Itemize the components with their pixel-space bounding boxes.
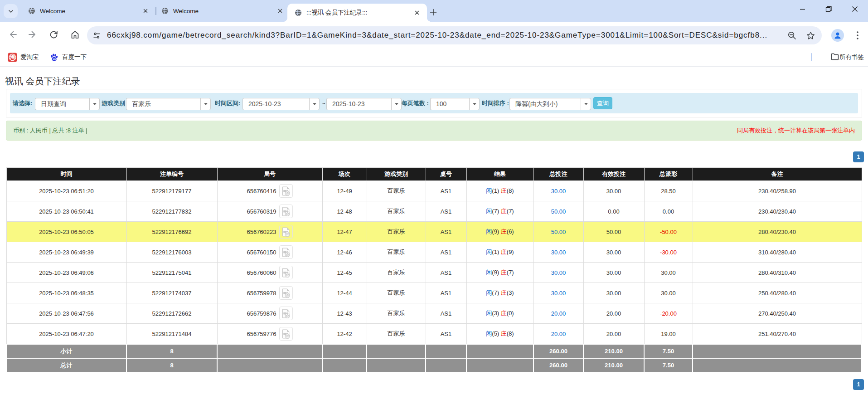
dropdown-arrow-button[interactable] bbox=[391, 98, 402, 110]
forward-button[interactable] bbox=[28, 29, 38, 39]
cell-total-bet: 50.00 bbox=[533, 222, 583, 242]
browser-menu-button[interactable] bbox=[854, 30, 861, 40]
result-banker: 庄 bbox=[501, 187, 507, 194]
dropdown-arrow-button[interactable] bbox=[309, 98, 320, 110]
round-number: 656759978 bbox=[247, 290, 276, 297]
empty-cell bbox=[367, 358, 426, 372]
cell-round: 656760319 bbox=[217, 201, 322, 222]
result-player: 闲 bbox=[486, 330, 492, 337]
sort-order-select[interactable]: 降冪(由大到小) bbox=[509, 98, 591, 110]
page-1-button[interactable]: 1 bbox=[853, 151, 864, 162]
back-button[interactable] bbox=[8, 29, 18, 39]
query-type-select[interactable]: 日期查询 bbox=[35, 98, 100, 110]
profile-avatar[interactable] bbox=[831, 29, 844, 42]
tab-close-icon[interactable] bbox=[142, 8, 149, 14]
bet-record-row[interactable]: 2025-10-23 06:49:39522912176003656760150… bbox=[6, 242, 862, 263]
taobao-icon: 淘 bbox=[8, 53, 17, 62]
web-page: 视讯 会员下注纪录 请选择: 日期查询 游戏类别 百家乐 时间区间: 2025-… bbox=[0, 67, 868, 419]
new-tab-button[interactable] bbox=[428, 7, 439, 18]
total-bet-link[interactable]: 50.00 bbox=[551, 208, 566, 215]
tab-close-icon[interactable] bbox=[276, 8, 284, 14]
cell-payout: -50.00 bbox=[644, 222, 693, 242]
bet-record-row[interactable]: 2025-10-23 06:47:56522912172662656759876… bbox=[6, 303, 862, 324]
bookmark-baidu[interactable]: du 百度一下 bbox=[49, 48, 87, 66]
cell-total-bet: 50.00 bbox=[533, 201, 583, 222]
video-replay-button[interactable] bbox=[279, 205, 293, 218]
cell-session: 12-46 bbox=[322, 242, 367, 263]
header-row: 时间注单编号局号场次游戏类别桌号结果总投注有效投注总派彩备注 bbox=[6, 168, 862, 181]
cell-table-no: AS1 bbox=[426, 181, 466, 201]
url-text[interactable]: 66cxkj98.com/game/betrecord_search/kind3… bbox=[107, 31, 767, 40]
total-bet-link[interactable]: 50.00 bbox=[551, 229, 566, 235]
all-bookmarks-button[interactable]: 所有书签 bbox=[830, 48, 864, 66]
cell-time: 2025-10-23 06:49:39 bbox=[6, 242, 126, 263]
window-minimize-button[interactable] bbox=[789, 0, 815, 22]
column-header: 游戏类别 bbox=[367, 168, 426, 181]
dropdown-arrow-button[interactable] bbox=[469, 98, 480, 110]
tab-close-icon[interactable] bbox=[413, 10, 421, 16]
window-restore-button[interactable] bbox=[815, 0, 842, 22]
back-icon bbox=[8, 29, 18, 39]
date-start-select[interactable]: 2025-10-23 bbox=[242, 98, 320, 110]
total-bet-link[interactable]: 30.00 bbox=[551, 188, 566, 195]
cell-time: 2025-10-23 06:49:06 bbox=[6, 263, 126, 283]
tab-active-betrecord[interactable]: :::视讯 会员下注纪录::: bbox=[287, 4, 427, 22]
video-replay-button[interactable] bbox=[279, 327, 293, 341]
dropdown-arrow-button[interactable] bbox=[581, 98, 591, 110]
bet-record-row[interactable]: 2025-10-23 06:49:06522912175041656760060… bbox=[6, 263, 862, 283]
round-number: 656760319 bbox=[247, 208, 276, 215]
video-replay-button[interactable] bbox=[279, 184, 293, 198]
tab-welcome-2[interactable]: Welcome bbox=[157, 0, 287, 22]
kebab-icon bbox=[857, 31, 858, 39]
cell-session: 12-48 bbox=[322, 201, 367, 222]
tab-search-button[interactable] bbox=[4, 4, 18, 18]
zoom-out-icon[interactable] bbox=[787, 30, 797, 40]
reload-button[interactable] bbox=[48, 29, 58, 39]
cell-result: 闲(5) 庄(8) bbox=[466, 324, 533, 345]
video-replay-button[interactable] bbox=[279, 286, 293, 300]
total-bet-link[interactable]: 30.00 bbox=[551, 290, 566, 297]
search-button[interactable]: 查询 bbox=[593, 97, 612, 109]
summary-note-text: 同局有效投注，统一计算在该局第一张注单内 bbox=[737, 121, 855, 140]
total-bet-link[interactable]: 30.00 bbox=[551, 249, 566, 256]
tab-welcome-1[interactable]: Welcome bbox=[21, 0, 153, 22]
dropdown-arrow-button[interactable] bbox=[200, 98, 211, 110]
chevron-down-icon bbox=[8, 8, 14, 15]
cell-payout: 30.00 bbox=[644, 263, 693, 283]
total-valid-bet: 210.00 bbox=[583, 358, 644, 372]
date-end-select[interactable]: 2025-10-23 bbox=[326, 98, 402, 110]
total-bet-link[interactable]: 20.00 bbox=[551, 331, 566, 337]
subtotal-valid-bet: 210.00 bbox=[583, 344, 644, 358]
site-settings-icon[interactable] bbox=[93, 32, 101, 39]
bookmarks-separator bbox=[811, 53, 812, 61]
bookmark-taobao[interactable]: 淘 爱淘宝 bbox=[8, 48, 39, 66]
cell-game-type: 百家乐 bbox=[367, 283, 426, 303]
bet-record-row[interactable]: 2025-10-23 06:47:20522912171484656759776… bbox=[6, 324, 862, 345]
round-number: 656760060 bbox=[247, 269, 276, 276]
bet-record-row[interactable]: 2025-10-23 06:50:41522912177832656760319… bbox=[6, 201, 862, 222]
bet-record-row[interactable]: 2025-10-23 06:50:05522912176692656760223… bbox=[6, 222, 862, 242]
empty-cell bbox=[466, 358, 533, 372]
total-bet-link[interactable]: 20.00 bbox=[551, 310, 566, 317]
window-restore-icon bbox=[825, 6, 832, 12]
total-bet-link[interactable]: 30.00 bbox=[551, 269, 566, 276]
bet-record-row[interactable]: 2025-10-23 06:51:20522912179177656760416… bbox=[6, 181, 862, 201]
bet-record-row[interactable]: 2025-10-23 06:48:35522912174037656759978… bbox=[6, 283, 862, 303]
game-type-select[interactable]: 百家乐 bbox=[126, 98, 211, 110]
bookmark-star-icon[interactable] bbox=[805, 30, 815, 40]
caret-down-icon bbox=[93, 103, 97, 105]
address-bar[interactable]: 66cxkj98.com/game/betrecord_search/kind3… bbox=[87, 26, 822, 44]
window-close-button[interactable] bbox=[842, 0, 868, 22]
page-size-select[interactable]: 100 bbox=[430, 98, 480, 110]
cell-valid-bet: 0.00 bbox=[583, 201, 644, 222]
video-file-icon bbox=[281, 309, 291, 318]
folder-icon bbox=[830, 52, 839, 63]
video-replay-button[interactable] bbox=[279, 266, 293, 279]
home-button[interactable] bbox=[70, 29, 80, 39]
video-replay-button[interactable] bbox=[279, 225, 293, 239]
video-replay-button[interactable] bbox=[279, 307, 293, 320]
video-replay-button[interactable] bbox=[279, 245, 293, 259]
page-1-button[interactable]: 1 bbox=[853, 379, 864, 390]
dropdown-arrow-button[interactable] bbox=[89, 98, 100, 110]
forward-icon bbox=[28, 29, 38, 39]
